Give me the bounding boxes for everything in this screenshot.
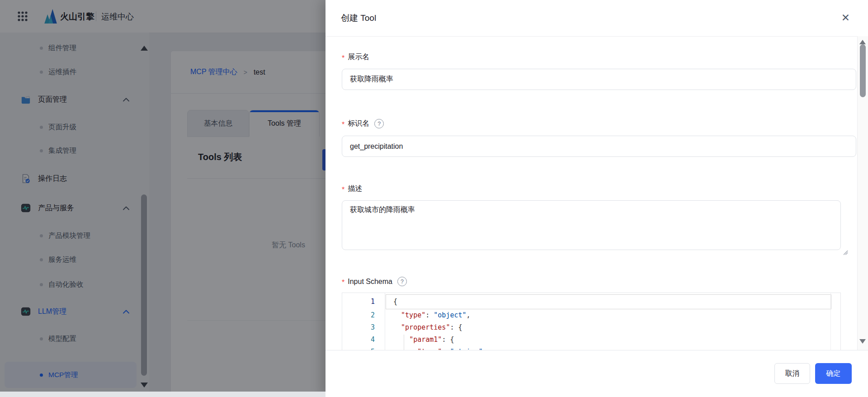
required-mark: * <box>342 186 344 194</box>
code-line: "properties": { <box>386 321 840 334</box>
required-mark: * <box>342 54 344 62</box>
display-name-label: * 展示名 <box>342 52 369 62</box>
display-name-input[interactable] <box>342 69 856 90</box>
scroll-down-arrow-icon[interactable] <box>859 339 866 344</box>
line-number: 2 <box>342 309 385 321</box>
indent-guide <box>404 335 404 350</box>
editor-gutter: 1 2 3 4 5 <box>342 293 385 350</box>
code-line-current: { <box>386 294 831 309</box>
modal-footer: 取消 确定 <box>326 350 868 397</box>
description-textarea[interactable] <box>342 200 841 250</box>
scroll-up-arrow-icon[interactable] <box>859 40 866 44</box>
cancel-button[interactable]: 取消 <box>774 363 810 384</box>
modal-body: * 展示名 * 标识名 ? * 描述 * Input Schema ? <box>326 36 858 350</box>
identifier-input[interactable] <box>342 136 856 157</box>
modal-scrollbar[interactable] <box>857 36 868 350</box>
modal-mask[interactable] <box>0 0 326 397</box>
horizontal-scrollbar-track[interactable] <box>0 392 326 397</box>
code-line: "type": "object", <box>386 309 840 321</box>
required-mark: * <box>342 279 344 287</box>
editor-code-area[interactable]: { "type": "object", "properties": { "par… <box>386 293 840 350</box>
line-number: 1 <box>342 294 385 309</box>
description-label: * 描述 <box>342 184 362 194</box>
modal-header: 创建 Tool ✕ <box>326 0 868 37</box>
modal-title: 创建 Tool <box>341 12 376 24</box>
create-tool-modal: 创建 Tool ✕ * 展示名 * 标识名 ? * 描述 * <box>326 0 868 397</box>
identifier-label: * 标识名 ? <box>342 119 384 128</box>
help-icon[interactable]: ? <box>374 119 384 128</box>
input-schema-label: * Input Schema ? <box>342 277 407 286</box>
confirm-button[interactable]: 确定 <box>815 363 852 384</box>
code-line: "type": "string", <box>386 346 840 350</box>
modal-scrollbar-thumb[interactable] <box>860 44 866 97</box>
code-line: "param1": { <box>386 334 840 346</box>
editor-scrollbar-track[interactable] <box>830 293 831 350</box>
screen: 火山引擎 运维中心 组件管理 运维插件 页面管理 页面升级 <box>0 0 868 397</box>
textarea-resize-handle-icon[interactable] <box>843 249 848 255</box>
required-mark: * <box>342 121 344 129</box>
close-icon[interactable]: ✕ <box>841 11 850 24</box>
line-number: 5 <box>342 346 385 350</box>
line-number: 3 <box>342 321 385 334</box>
line-number: 4 <box>342 334 385 346</box>
input-schema-code-editor[interactable]: 1 2 3 4 5 { "type": "object", "propertie… <box>342 293 841 350</box>
help-icon[interactable]: ? <box>397 277 407 286</box>
